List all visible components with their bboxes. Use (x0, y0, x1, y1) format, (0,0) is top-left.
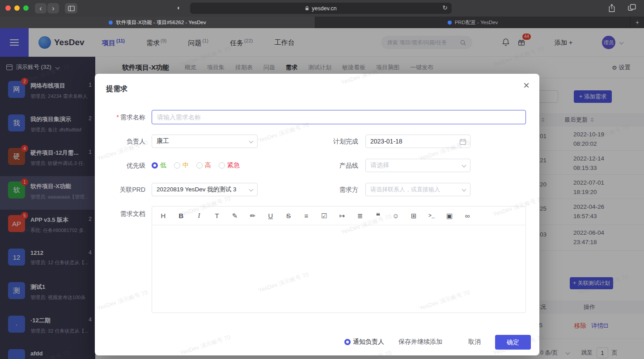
requester-label: 需求方 (283, 183, 358, 196)
bold-icon[interactable]: B (176, 212, 186, 220)
page-appearance-button[interactable]: ◐ (177, 4, 181, 11)
chevron-down-icon (249, 187, 254, 192)
radio-icon[interactable] (174, 162, 180, 169)
highlight-icon[interactable]: ✎ (229, 212, 240, 220)
browser-back-button[interactable]: ‹ (35, 3, 47, 13)
underline-icon[interactable]: U (265, 212, 276, 220)
submit-requirement-modal: 提需求 × *需求名称 负责人 康工 计划完成 2023-01-18 优先级 低 (95, 74, 539, 355)
priority-label-2: 高 (205, 161, 211, 169)
tab-overview-button[interactable] (628, 4, 636, 13)
zoom-window-button[interactable] (23, 5, 29, 11)
chevron-down-icon (462, 163, 466, 168)
close-icon: × (523, 79, 530, 91)
calendar-icon (460, 139, 466, 145)
modal-title: 提需求 (106, 84, 127, 94)
label-text: 需求名称 (120, 114, 145, 121)
reload-icon: ↻ (442, 4, 448, 11)
priority-label: 优先级 (95, 159, 145, 172)
required-mark: * (117, 114, 119, 121)
forward-icon: › (52, 5, 54, 12)
close-window-button[interactable] (5, 5, 11, 11)
tab-strip: 软件项目-X功能 - 项目#56262 - YesDev PRD配置 - Yes… (0, 17, 644, 28)
quote-icon[interactable]: ❝ (373, 211, 383, 221)
notify-owner-label: 通知负责人 (353, 338, 384, 346)
browser-tab-project[interactable]: 软件项目-X功能 - 项目#56262 - YesDev (0, 17, 315, 28)
share-icon (608, 4, 615, 13)
screen: ‹ › ◐ yesdev.cn ↻ 软件项目-X功能 - 项目#56262 - … (0, 0, 644, 359)
owner-select[interactable]: 康工 (152, 135, 258, 148)
pen-color-icon[interactable]: ✏ (247, 212, 258, 220)
radio-icon[interactable] (219, 162, 225, 169)
tab-title: 软件项目-X功能 - 项目#56262 - YesDev (116, 19, 206, 26)
confirm-button[interactable]: 确定 (495, 335, 531, 350)
radio-icon[interactable] (152, 162, 158, 169)
macos-titlebar: ‹ › ◐ yesdev.cn ↻ (0, 0, 644, 17)
product-line-label: 产品线 (283, 159, 358, 172)
requester-placeholder: 请选择联系人，或直接输入 (370, 186, 440, 194)
priority-label-0: 低 (160, 161, 166, 169)
tab-title: PRD配置 - YesDev (455, 19, 498, 26)
requirement-name-input[interactable] (152, 110, 526, 124)
priority-label-1: 中 (182, 161, 189, 169)
sidebar-toggle-button[interactable] (65, 3, 77, 13)
share-button[interactable] (608, 4, 615, 14)
browser-forward-button[interactable]: › (47, 3, 59, 13)
radio-icon[interactable] (196, 162, 203, 169)
plan-date-input[interactable]: 2023-01-18 (365, 135, 470, 148)
new-tab-button[interactable]: + (631, 17, 644, 28)
favicon-icon (448, 21, 452, 25)
plus-icon: + (636, 19, 639, 26)
bullet-list-icon[interactable]: ≡ (301, 212, 312, 220)
tabs-icon (628, 4, 636, 11)
requester-select[interactable]: 请选择联系人，或直接输入 (365, 183, 470, 196)
radio-icon[interactable] (344, 339, 351, 345)
doc-label: 需求文档 (95, 207, 145, 220)
owner-value: 康工 (157, 137, 169, 145)
minimize-window-button[interactable] (14, 5, 20, 11)
sidebar-icon (68, 6, 75, 11)
priority-option-0[interactable]: 低 (152, 161, 166, 169)
rich-text-editor: H B I T ✎ ✏ U S ≡ ☑ ↦ ≣ ❝ ☺ ⊞ >_ ▣ (152, 206, 526, 313)
indent-icon[interactable]: ↦ (337, 212, 347, 220)
priority-radio-group: 低 中 高 紧急 (152, 159, 240, 172)
heading-icon[interactable]: H (158, 212, 169, 220)
priority-option-2[interactable]: 高 (196, 161, 211, 169)
emoji-icon[interactable]: ☺ (390, 212, 401, 220)
back-icon: ‹ (39, 5, 42, 12)
address-bar[interactable]: yesdev.cn ↻ (190, 3, 452, 14)
cancel-button[interactable]: 取消 (468, 338, 481, 346)
priority-option-3[interactable]: 紧急 (219, 161, 240, 169)
image-icon[interactable]: ▣ (444, 212, 455, 220)
italic-icon[interactable]: I (194, 212, 204, 220)
url-text: yesdev.cn (312, 5, 336, 12)
editor-content-area[interactable] (152, 225, 525, 313)
reload-button[interactable]: ↻ (442, 4, 448, 11)
chevron-down-icon (462, 187, 466, 192)
code-icon[interactable]: >_ (426, 213, 437, 219)
linked-prd-label: 关联PRD (95, 183, 145, 196)
linked-prd-select[interactable]: 20220819 YesDev 我的测试 3 (152, 183, 258, 196)
owner-label: 负责人 (95, 135, 145, 148)
align-icon[interactable]: ≣ (355, 212, 365, 220)
plan-date-label: 计划完成 (283, 135, 358, 148)
notify-owner-radio[interactable]: 通知负责人 (344, 338, 384, 346)
browser-tab-prd[interactable]: PRD配置 - YesDev (315, 17, 631, 28)
save-and-continue-button[interactable]: 保存并继续添加 (398, 338, 442, 346)
appearance-icon: ◐ (177, 4, 181, 11)
priority-option-1[interactable]: 中 (174, 161, 189, 169)
link-icon[interactable]: ∞ (462, 212, 473, 220)
strikethrough-icon[interactable]: S (283, 212, 294, 220)
priority-label-3: 紧急 (227, 161, 240, 169)
task-list-icon[interactable]: ☑ (319, 212, 330, 220)
favicon-icon (109, 21, 113, 25)
requirement-name-label: *需求名称 (95, 110, 145, 124)
webpage: YesDev 项目(11) 需求(9) 问题(1) 任务(22) 工作台 搜索 … (0, 28, 644, 359)
modal-close-button[interactable]: × (523, 80, 530, 91)
table-icon[interactable]: ⊞ (408, 212, 419, 220)
traffic-lights (5, 5, 29, 11)
editor-toolbar: H B I T ✎ ✏ U S ≡ ☑ ↦ ≣ ❝ ☺ ⊞ >_ ▣ (152, 207, 525, 225)
product-line-placeholder: 请选择 (370, 161, 389, 169)
font-size-icon[interactable]: T (212, 212, 222, 220)
linked-prd-value: 20220819 YesDev 我的测试 3 (157, 186, 237, 194)
product-line-select[interactable]: 请选择 (365, 159, 470, 172)
